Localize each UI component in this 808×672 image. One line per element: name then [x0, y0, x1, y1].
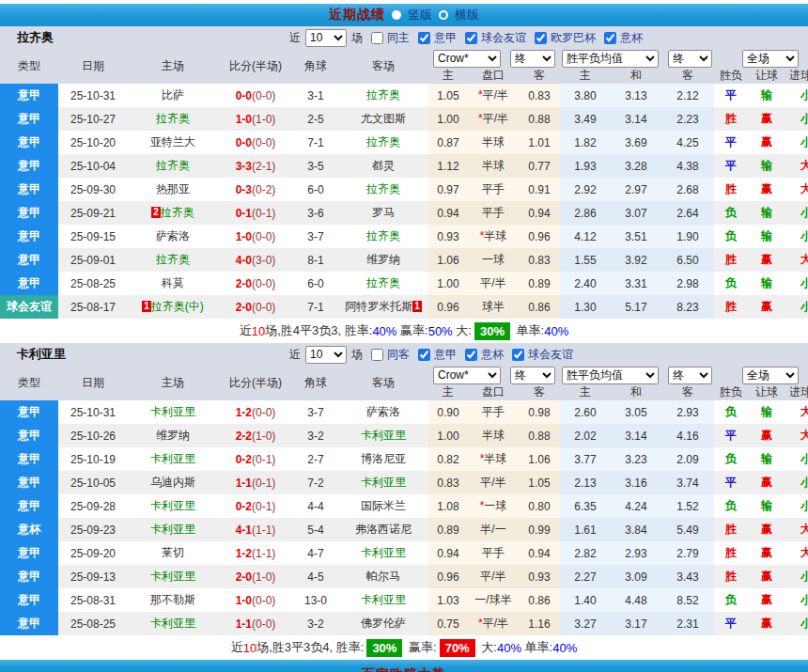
team-name: 卡利亚里 [150, 570, 195, 583]
same-venue-checkbox[interactable] [371, 32, 383, 44]
avg-odds-select[interactable]: 胜平负均值 [562, 367, 659, 384]
match-row: 意甲25-10-20亚特兰大0-0(0-0)7-1拉齐奥0.87半球1.011.… [0, 131, 808, 154]
handicap-result-cell: 赢 [748, 612, 785, 635]
competition-checkbox[interactable] [418, 349, 430, 361]
match-date-cell: 25-09-01 [58, 248, 128, 272]
scope-select[interactable]: 全场 [742, 367, 799, 384]
corners-cell: 4-7 [293, 541, 338, 565]
match-type-cell: 意甲 [0, 131, 58, 154]
competition-checkbox[interactable] [418, 32, 430, 44]
sub-header: 客 [661, 68, 714, 84]
match-date-cell: 25-09-21 [58, 201, 128, 225]
handicap-cell: *平/半 [468, 84, 519, 107]
handicap-result-cell: 输 [748, 400, 785, 424]
halftime-score: (0-0) [252, 89, 275, 102]
handicap-cell: 平手 [468, 201, 519, 225]
handicap-result-cell: 输 [748, 494, 785, 518]
star-mark: * [478, 617, 483, 630]
fulltime-score: 0-2 [236, 453, 252, 466]
corners-cell: 3-6 [293, 201, 338, 225]
away-team-cell: 拉齐奥 [338, 178, 428, 201]
star-mark: * [480, 499, 485, 512]
sub-header: 盘口 [468, 384, 519, 400]
handicap-away-odds-cell: 0.93 [519, 565, 560, 588]
avg-draw-odds-cell: 2.93 [611, 541, 661, 565]
handicap-away-odds-cell: 0.94 [519, 541, 560, 565]
sub-header: 让球 [748, 384, 785, 400]
avg-away-odds-cell: 6.50 [661, 248, 714, 272]
result-cell: 胜 [714, 518, 748, 541]
avg-draw-odds-cell: 2.97 [611, 178, 661, 201]
final-avg-select[interactable]: 终 [668, 50, 712, 68]
final-odds-select[interactable]: 终 [510, 50, 555, 68]
halftime-score: (0-0) [252, 301, 275, 314]
match-row: 意甲25-10-31卡利亚里1-2(0-0)3-7萨索洛0.90平手0.982.… [0, 400, 808, 424]
competition-checkbox[interactable] [512, 349, 524, 361]
team-name: 卡利亚里 [150, 617, 195, 630]
match-row: 意甲25-09-30热那亚0-3(0-2)6-0拉齐奥0.97平手0.912.9… [0, 178, 808, 201]
result-cell: 平 [714, 471, 748, 494]
match-type-cell: 意甲 [0, 248, 58, 272]
scope-select[interactable]: 全场 [742, 50, 799, 68]
odds-company-select[interactable]: Crow* [433, 50, 501, 68]
team-name: 拉齐奥 [156, 253, 190, 266]
handicap-cell: 平/半 [468, 471, 519, 494]
score-cell: 1-0(1-0) [218, 107, 293, 131]
team-name: 比萨 [162, 88, 184, 102]
final-odds-select[interactable]: 终 [510, 367, 555, 384]
handicap-result-cell: 赢 [748, 248, 785, 272]
near-label: 近 [289, 30, 301, 46]
team-name: 科莫 [162, 276, 184, 289]
col-header: 客场 [338, 49, 428, 84]
goals-size-cell: 大 [785, 400, 808, 424]
handicap-away-odds-cell: 0.77 [519, 154, 560, 178]
competition-checkbox[interactable] [604, 32, 616, 44]
corners-cell: 3-7 [293, 400, 338, 424]
competition-checkbox[interactable] [535, 32, 547, 44]
match-type-cell: 意甲 [0, 565, 58, 588]
team-section: 卡利亚里 近 10 场 同客 意甲 意杯 球会友谊 类型 日期 主场 比分(半 [0, 343, 808, 660]
col-header: 客场 [338, 366, 428, 400]
results-table: 类型 日期 主场 比分(半场) 角球 客场 Crow* 终 胜平负均值 终 全场 [0, 49, 808, 319]
final-avg-select[interactable]: 终 [668, 367, 712, 384]
filter-controls: 近 10 场 同主 意甲 球会友谊 欧罗巴杯 意杯 [289, 29, 643, 47]
layout-vertical-radio[interactable] [392, 10, 401, 20]
competition-label: 欧罗巴杯 [551, 30, 596, 46]
avg-home-odds-cell: 2.86 [560, 201, 611, 225]
avg-draw-odds-cell: 4.48 [611, 588, 661, 612]
avg-odds-select[interactable]: 胜平负均值 [562, 50, 659, 68]
layout-vertical-label[interactable]: 竖版 [408, 7, 432, 23]
match-row: 意甲25-09-15萨索洛1-0(0-0)3-7拉齐奥0.93*半球0.964.… [0, 225, 808, 248]
result-cell: 平 [714, 424, 748, 447]
summary-line: 近10场,胜3平3负4, 胜率:30% 赢率:70% 大:40% 单率:40% [0, 635, 808, 660]
corners-cell: 6-0 [293, 272, 338, 295]
match-date-cell: 25-08-25 [58, 612, 128, 635]
sub-header: 和 [611, 384, 661, 400]
games-count-select[interactable]: 10 [305, 346, 347, 364]
corners-cell: 13-0 [293, 588, 338, 612]
layout-horizontal-label[interactable]: 横版 [455, 7, 479, 23]
handicap-away-odds-cell: 0.83 [519, 84, 560, 107]
home-team-cell: 科莫 [128, 272, 218, 295]
red-card-badge: 1 [412, 301, 422, 312]
corners-cell: 3-2 [293, 424, 338, 447]
handicap-result-cell: 输 [748, 84, 785, 107]
layout-horizontal-radio[interactable] [439, 10, 448, 20]
handicap-away-odds-cell: 0.80 [519, 494, 560, 518]
sub-header: 主 [560, 68, 611, 84]
match-row: 意甲25-08-31那不勒斯1-0(0-0)13-0卡利亚里1.03一/球半0.… [0, 588, 808, 612]
avg-home-odds-cell: 2.60 [560, 400, 611, 424]
match-date-cell: 25-08-31 [58, 588, 128, 612]
goals-size-cell: 小 [785, 107, 808, 131]
halftime-score: (0-0) [252, 617, 275, 631]
home-team-cell: 亚特兰大 [128, 131, 218, 154]
games-count-select[interactable]: 10 [305, 29, 347, 47]
competition-checkbox[interactable] [465, 349, 477, 361]
odds-company-select[interactable]: Crow* [433, 367, 501, 384]
goals-size-cell: 小 [785, 201, 808, 225]
same-venue-checkbox[interactable] [371, 349, 383, 361]
competition-checkbox[interactable] [465, 32, 477, 44]
score-cell: 2-2(1-0) [218, 424, 293, 447]
avg-home-odds-cell: 2.82 [560, 541, 611, 565]
score-cell: 1-0(0-0) [218, 588, 293, 612]
